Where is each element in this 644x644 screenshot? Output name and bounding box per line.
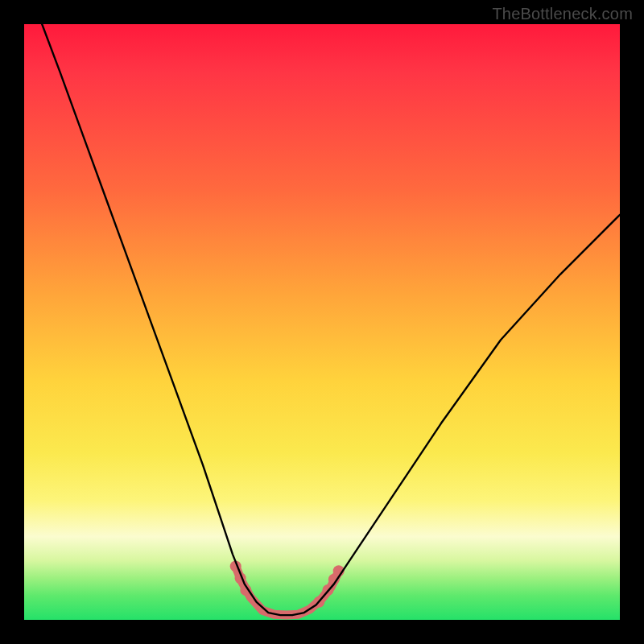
plot-area: [24, 24, 620, 620]
watermark-text: TheBottleneck.com: [492, 5, 633, 23]
outer-frame: TheBottleneck.com: [0, 0, 644, 644]
bottleneck-curve-path: [42, 24, 620, 615]
chart-svg: [24, 24, 620, 620]
